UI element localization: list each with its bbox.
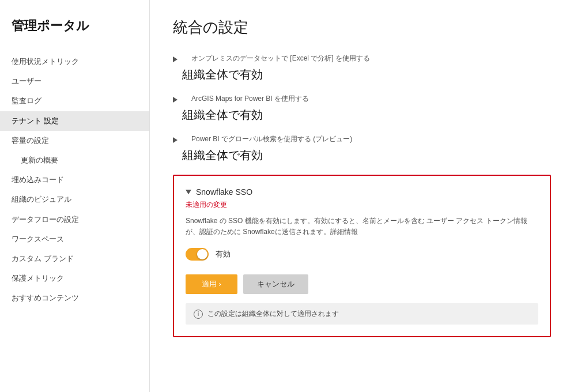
integration-item-global-search: Power BI でグローバル検索を使用する (プレビュー) 組織全体で有効 bbox=[173, 134, 551, 163]
sidebar-item-embed-code[interactable]: 埋め込みコード bbox=[0, 170, 149, 190]
expand-icon[interactable] bbox=[186, 190, 191, 194]
main-content: 統合の設定 オンプレミスのデータセットで [Excel で分析] を使用する 組… bbox=[150, 0, 574, 392]
page-title: 統合の設定 bbox=[173, 17, 551, 37]
snowflake-section: Snowflake SSO 未適用の変更 Snowflake の SSO 機能を… bbox=[173, 175, 551, 337]
info-text: この設定は組織全体に対して適用されます bbox=[207, 309, 339, 319]
integration-item-arcgis: ArcGIS Maps for Power BI を使用する 組織全体で有効 bbox=[173, 94, 551, 123]
app-title: 管理ポータル bbox=[0, 12, 149, 52]
unapplied-label: 未適用の変更 bbox=[186, 200, 538, 210]
integration-desc: Power BI でグローバル検索を使用する (プレビュー) bbox=[191, 134, 352, 144]
sidebar-item-audit-log[interactable]: 監査ログ bbox=[0, 91, 149, 111]
expand-icon[interactable] bbox=[173, 137, 178, 143]
sidebar: 管理ポータル 使用状況メトリックユーザー監査ログテナント 設定容量の設定更新の概… bbox=[0, 0, 150, 392]
toggle-label: 有効 bbox=[216, 249, 231, 259]
toggle-track[interactable] bbox=[186, 248, 209, 261]
integration-status: 組織全体で有効 bbox=[182, 107, 551, 123]
sidebar-item-custom-brand[interactable]: カスタム ブランド bbox=[0, 249, 149, 269]
toggle-thumb bbox=[197, 249, 207, 259]
integration-header: オンプレミスのデータセットで [Excel で分析] を使用する bbox=[173, 54, 551, 65]
cancel-button[interactable]: キャンセル bbox=[243, 274, 308, 294]
snowflake-header: Snowflake SSO bbox=[186, 187, 538, 197]
toggle-switch[interactable] bbox=[186, 248, 209, 261]
integration-status: 組織全体で有効 bbox=[182, 67, 551, 82]
sidebar-item-protection-metrics[interactable]: 保護メトリック bbox=[0, 269, 149, 288]
sidebar-item-users[interactable]: ユーザー bbox=[0, 71, 149, 91]
sidebar-item-recommended-content[interactable]: おすすめコンテンツ bbox=[0, 288, 149, 308]
sidebar-item-tenant-settings[interactable]: テナント 設定 bbox=[0, 111, 149, 131]
expand-icon[interactable] bbox=[173, 56, 178, 62]
integration-status: 組織全体で有効 bbox=[182, 148, 551, 163]
sidebar-item-dataflow-settings[interactable]: データフローの設定 bbox=[0, 210, 149, 229]
sidebar-item-org-visuals[interactable]: 組織のビジュアル bbox=[0, 190, 149, 209]
snowflake-title: Snowflake SSO bbox=[196, 187, 252, 197]
integration-header: ArcGIS Maps for Power BI を使用する bbox=[173, 94, 551, 105]
info-bar: i この設定は組織全体に対して適用されます bbox=[186, 303, 538, 325]
sidebar-item-usage-metrics[interactable]: 使用状況メトリック bbox=[0, 52, 149, 71]
integration-desc: オンプレミスのデータセットで [Excel で分析] を使用する bbox=[191, 54, 370, 63]
integration-item-on-premises: オンプレミスのデータセットで [Excel で分析] を使用する 組織全体で有効 bbox=[173, 54, 551, 82]
integration-header: Power BI でグローバル検索を使用する (プレビュー) bbox=[173, 134, 551, 145]
sidebar-item-capacity-settings[interactable]: 容量の設定 bbox=[0, 131, 149, 150]
expand-icon[interactable] bbox=[173, 97, 178, 103]
apply-button[interactable]: 適用 › bbox=[186, 274, 237, 294]
info-icon: i bbox=[194, 310, 203, 319]
sidebar-item-workspace[interactable]: ワークスペース bbox=[0, 229, 149, 249]
button-row: 適用 › キャンセル bbox=[186, 274, 538, 294]
snowflake-desc: Snowflake の SSO 機能を有効にします。有効にすると、名前とメールを… bbox=[186, 216, 538, 238]
toggle-row: 有効 bbox=[186, 248, 538, 261]
sidebar-item-update-overview[interactable]: 更新の概要 bbox=[0, 150, 149, 170]
integration-desc: ArcGIS Maps for Power BI を使用する bbox=[191, 94, 309, 104]
